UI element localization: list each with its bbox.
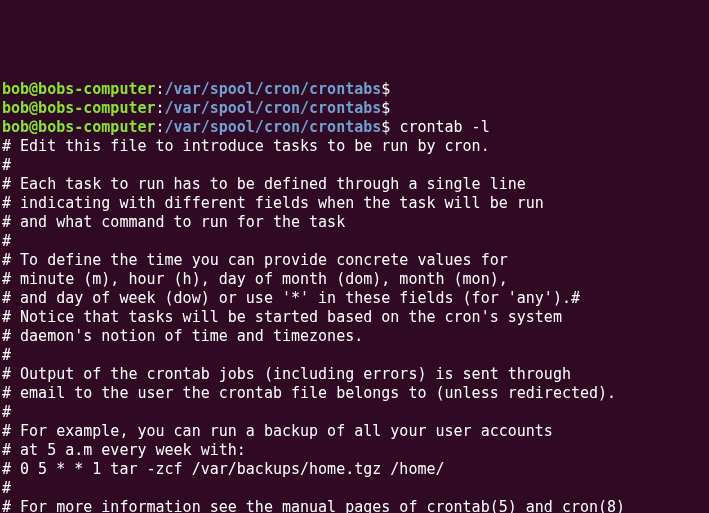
prompt-separator: : xyxy=(156,99,165,117)
prompt-sigil: $ xyxy=(381,80,390,98)
crontab-output-line: # xyxy=(2,232,707,251)
prompt-line-1: bob@bobs-computer:/var/spool/cron/cronta… xyxy=(2,80,707,99)
prompt-sigil: $ xyxy=(381,99,390,117)
prompt-userhost: bob@bobs-computer xyxy=(2,118,156,136)
terminal-screen[interactable]: bob@bobs-computer:/var/spool/cron/cronta… xyxy=(2,80,707,513)
crontab-output-line: # Edit this file to introduce tasks to b… xyxy=(2,137,707,156)
command-crontab: crontab -l xyxy=(399,118,489,136)
prompt-path: /var/spool/cron/crontabs xyxy=(165,118,382,136)
crontab-output-line: # xyxy=(2,403,707,422)
crontab-output-line: # minute (m), hour (h), day of month (do… xyxy=(2,270,707,289)
crontab-output-line: # xyxy=(2,156,707,175)
crontab-output-line: # For example, you can run a backup of a… xyxy=(2,422,707,441)
crontab-output-line: # indicating with different fields when … xyxy=(2,194,707,213)
crontab-output-line: # Each task to run has to be defined thr… xyxy=(2,175,707,194)
prompt-line-2: bob@bobs-computer:/var/spool/cron/cronta… xyxy=(2,99,707,118)
crontab-output-line: # To define the time you can provide con… xyxy=(2,251,707,270)
prompt-userhost: bob@bobs-computer xyxy=(2,99,156,117)
crontab-output-line: # 0 5 * * 1 tar -zcf /var/backups/home.t… xyxy=(2,460,707,479)
crontab-output-line: # and day of week (dow) or use '*' in th… xyxy=(2,289,707,308)
prompt-path: /var/spool/cron/crontabs xyxy=(165,80,382,98)
crontab-output-line: # at 5 a.m every week with: xyxy=(2,441,707,460)
crontab-output-line: # Output of the crontab jobs (including … xyxy=(2,365,707,384)
prompt-userhost: bob@bobs-computer xyxy=(2,80,156,98)
prompt-line-3: bob@bobs-computer:/var/spool/cron/cronta… xyxy=(2,118,707,137)
prompt-separator: : xyxy=(156,80,165,98)
crontab-output-line: # xyxy=(2,346,707,365)
crontab-output-line: # daemon's notion of time and timezones. xyxy=(2,327,707,346)
prompt-sigil: $ xyxy=(381,118,390,136)
prompt-path: /var/spool/cron/crontabs xyxy=(165,99,382,117)
crontab-output-line: # email to the user the crontab file bel… xyxy=(2,384,707,403)
crontab-output-line: # and what command to run for the task xyxy=(2,213,707,232)
crontab-output-line: # Notice that tasks will be started base… xyxy=(2,308,707,327)
crontab-output-line: # xyxy=(2,479,707,498)
prompt-separator: : xyxy=(156,118,165,136)
crontab-output-line: # For more information see the manual pa… xyxy=(2,498,707,513)
